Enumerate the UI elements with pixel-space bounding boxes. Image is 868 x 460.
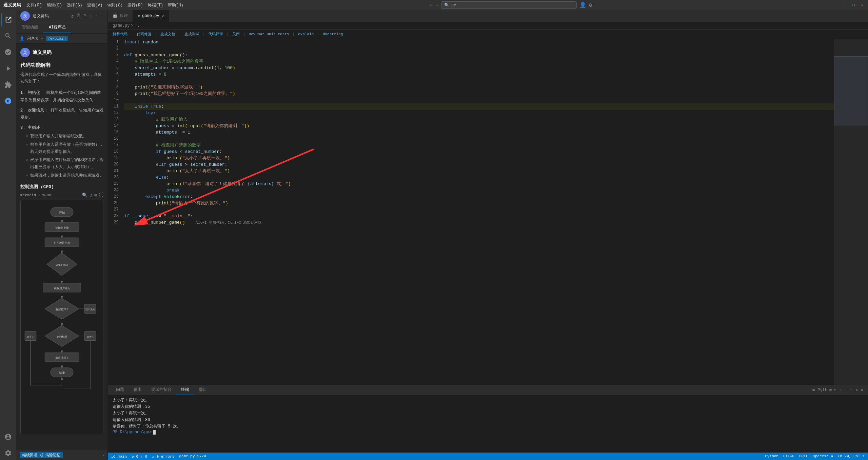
explain-tag: /explain [46, 36, 68, 41]
settings-icon[interactable]: ⚙ [589, 2, 592, 8]
account-icon[interactable]: 👤 [579, 2, 586, 8]
statusbar-line-ending[interactable]: CRLF [799, 454, 808, 458]
code-editor[interactable]: 1 2 3 4 5 6 7 8 9 10 11 12 13 [108, 39, 834, 385]
main-layout: 灵 通义灵码 ↺ ⏱ ? ☆ ··· 智能功能 AI程序员 👤 用户名 ▾ /e… [0, 10, 868, 460]
ai-tabs: 智能功能 AI程序员 [16, 22, 107, 34]
line-numbers: 1 2 3 4 5 6 7 8 9 10 11 12 13 [108, 39, 123, 385]
dropdown-small[interactable]: ▾ [38, 193, 40, 197]
nav-back[interactable]: ← [430, 2, 433, 8]
activity-account[interactable] [1, 430, 15, 444]
subitem-3: ○ 根据用户输入与目标数字的比较结果，给出相应提示（太大、太小或猜对）。 [26, 157, 103, 171]
maximize-panel-icon[interactable]: ∧ [856, 387, 858, 393]
code-line-23: print(f"恭喜你，猜对了！你总共猜了 {attempts} 次。") [124, 181, 834, 187]
code-line-19: print("太小了！再试一次。") [124, 155, 834, 161]
memory-arrow[interactable]: → [102, 453, 104, 458]
maximize-button[interactable]: □ [851, 3, 856, 7]
history-icon[interactable]: ⏱ [76, 13, 81, 19]
code-line-5: secret_number = random.randint(1, 100) [124, 65, 834, 71]
refresh-icon[interactable]: ↺ [71, 13, 74, 19]
tab-gamepy[interactable]: ● game.py ✕ [133, 10, 169, 22]
activity-git[interactable] [1, 45, 15, 59]
close-button[interactable]: ✕ [860, 3, 865, 7]
statusbar-branch[interactable]: ⎇ main [111, 454, 127, 459]
menu-select[interactable]: 选择(S) [67, 2, 82, 8]
toolbar-fix[interactable]: 代码修复 [137, 32, 152, 37]
activity-extensions[interactable] [1, 78, 15, 92]
tab-smart-features[interactable]: 智能功能 [16, 22, 43, 33]
line-num-14: 14 [108, 123, 119, 129]
line-num-18: 18 [108, 148, 119, 155]
toolbar-unit-tests[interactable]: DevChat unit tests [249, 32, 289, 36]
nav-forward[interactable]: → [436, 2, 438, 8]
titlebar-left: 通义灵码 文件(F) 编辑(E) 选择(S) 查看(V) 转到(G) 运行(R)… [3, 2, 183, 8]
menu-edit[interactable]: 编辑(E) [47, 2, 62, 8]
svg-text:太小了: 太小了 [27, 336, 34, 338]
breadcrumb-item2[interactable]: ... [135, 23, 142, 28]
activity-ai[interactable] [1, 94, 15, 108]
username: 用户名 [27, 36, 38, 41]
titlebar: 通义灵码 文件(F) 编辑(E) 选择(S) 查看(V) 转到(G) 运行(R)… [0, 0, 868, 10]
zoom-icon[interactable]: 🔍 [82, 193, 87, 198]
menu-file[interactable]: 文件(F) [26, 2, 42, 8]
menu-run[interactable]: 运行(R) [127, 2, 143, 8]
refresh-small-icon[interactable]: ↺ [90, 193, 92, 198]
terminal-dropdown[interactable]: Python ▾ [817, 387, 836, 393]
statusbar-errors[interactable]: ⚠ 0 errors [152, 454, 174, 459]
ai-logo-text: 通义灵码 [33, 49, 52, 56]
tab-welcome[interactable]: 🤖 欢迎 [108, 10, 133, 22]
line-num-10: 10 [108, 97, 119, 103]
toolbar-test[interactable]: 生成测试 [184, 32, 199, 37]
minimize-button[interactable]: ─ [842, 3, 847, 7]
code-line-25: except ValueError: [124, 194, 834, 200]
toolbar-docstring[interactable]: docstring [323, 32, 343, 36]
statusbar-lang[interactable]: Python [765, 454, 778, 458]
line-num-13: 13 [108, 116, 119, 123]
close-panel-icon[interactable]: ✕ [861, 387, 863, 393]
more-icon[interactable]: ··· [95, 13, 103, 19]
code-line-4: # 随机生成一个1到100之间的数字 [124, 58, 834, 65]
memory-button[interactable]: 继续回话 或 清除记忆 [20, 452, 63, 458]
line-num-29: 29 [108, 219, 119, 226]
code-content: import random def guess_number_game(): #… [123, 39, 834, 385]
split-terminal-icon[interactable]: ⊞ [812, 387, 815, 393]
code-toolbar: 解释代码 | 代码修复 | 生成文档 | 生成测试 | 代码评审 | 关闭 | … [108, 29, 868, 39]
menu-goto[interactable]: 转到(G) [107, 2, 123, 8]
ai-input-bar: 继续回话 或 清除记忆 → [16, 450, 107, 460]
gamepy-tab-close[interactable]: ✕ [161, 13, 164, 19]
tab-ai-programmer[interactable]: AI程序员 [43, 22, 71, 33]
more-terminal-icon[interactable]: ··· [846, 388, 853, 393]
toolbar-close[interactable]: 关闭 [232, 32, 240, 37]
copy-icon[interactable]: ⊞ [94, 193, 97, 198]
line-num-9: 9 [108, 91, 119, 97]
terminal-content[interactable]: 太小了！再试一次。 请输入你的猜测：35 太小了！再试一次。 请输入你的猜测：3… [108, 395, 868, 453]
bottom-tab-debug[interactable]: 调试控制台 [146, 385, 176, 395]
search-bar[interactable]: 🔍 py [441, 1, 577, 9]
expand-icon[interactable]: ⛶ [99, 193, 103, 198]
statusbar-sync[interactable]: ↻ 0 ↑ 0 [132, 454, 147, 459]
star-icon[interactable]: ☆ [89, 13, 92, 19]
code-line-29: guess_number_game() Alt+I 生成代码，Ctrl+I 添加… [124, 219, 834, 226]
bottom-tab-problems[interactable]: 问题 [111, 385, 129, 395]
toolbar-explain[interactable]: 解释代码 [113, 32, 127, 37]
breadcrumb-path[interactable]: game.py [113, 23, 130, 28]
bottom-tab-output[interactable]: 输出 [129, 385, 146, 395]
dropdown-icon[interactable]: ▾ [41, 37, 43, 41]
sidebar-header-icons: ↺ ⏱ ? ☆ ··· [71, 13, 104, 19]
add-terminal-icon[interactable]: ＋ [839, 387, 843, 393]
bottom-tab-ports[interactable]: 端口 [194, 385, 212, 395]
toolbar-doc[interactable]: 生成文档 [160, 32, 175, 37]
menu-terminal[interactable]: 终端(T) [148, 2, 163, 8]
menu-help[interactable]: 帮助(H) [168, 2, 183, 8]
activity-search[interactable] [1, 29, 15, 43]
help-icon[interactable]: ? [84, 13, 86, 19]
menu-view[interactable]: 查看(V) [87, 2, 103, 8]
activity-debug[interactable] [1, 62, 15, 75]
statusbar-encoding[interactable]: UTF-8 [783, 454, 794, 458]
toolbar-explain2[interactable]: explain [298, 32, 314, 36]
bottom-tab-terminal[interactable]: 终端 [176, 385, 194, 395]
activity-settings[interactable] [1, 446, 15, 460]
toolbar-review[interactable]: 代码评审 [208, 32, 223, 37]
bottom-tabs-right: ⊞ Python ▾ ＋ ··· ∧ ✕ [812, 387, 868, 393]
minimap-viewport [834, 56, 868, 125]
activity-explorer[interactable] [1, 13, 15, 26]
